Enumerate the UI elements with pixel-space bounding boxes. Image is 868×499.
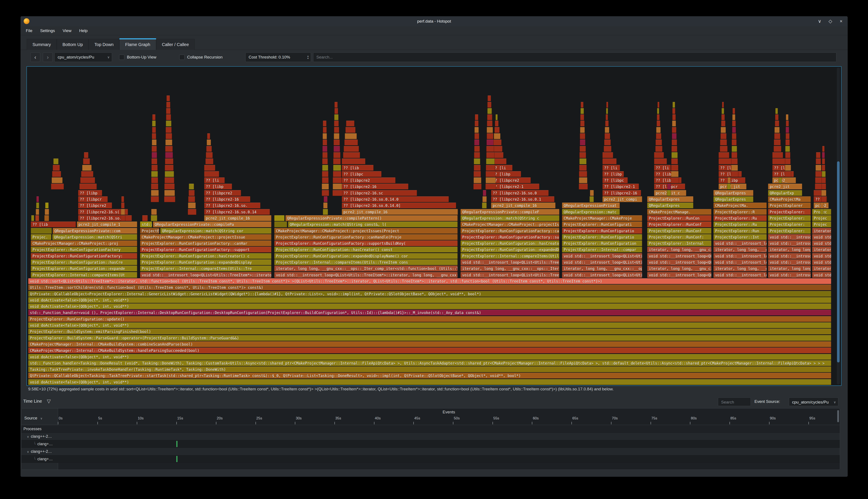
flame-frame[interactable] bbox=[474, 139, 479, 145]
flame-frame[interactable]: void std::__introsort_loop<QList<Utils::… bbox=[274, 272, 458, 278]
flame-frame[interactable]: CMakeProjectManager::CMakeProject::proje… bbox=[461, 221, 559, 227]
flame-frame[interactable] bbox=[346, 121, 354, 126]
flame-frame[interactable] bbox=[579, 178, 588, 183]
flame-frame[interactable] bbox=[486, 178, 496, 183]
flame-frame[interactable]: void doActivate<false>(QObject*, int, vo… bbox=[28, 304, 831, 309]
flame-frame[interactable]: CMakeProjectManager::CMakeProject::proje… bbox=[274, 228, 458, 234]
flame-frame[interactable]: ProjectExplorer::RunConfigurationFactory… bbox=[461, 228, 559, 234]
flame-frame[interactable]: QRegularExpression::matc bbox=[562, 209, 620, 215]
timeline-row-clang-2[interactable]: ∨clang++-2… bbox=[21, 433, 840, 440]
flame-frame[interactable] bbox=[785, 146, 790, 152]
flame-frame[interactable] bbox=[333, 165, 341, 171]
flame-frame[interactable] bbox=[84, 152, 88, 158]
flame-scrollbar-thumb[interactable] bbox=[837, 161, 840, 362]
flame-frame[interactable] bbox=[667, 184, 671, 190]
flame-frame[interactable] bbox=[474, 159, 480, 164]
flame-frame[interactable]: void doActivate<false>(QObject*, int, vo… bbox=[28, 297, 831, 303]
flame-frame[interactable] bbox=[606, 108, 608, 114]
flame-frame[interactable]: ?? [libp bbox=[204, 184, 232, 190]
flame-frame[interactable]: pcre2_jit_compile_16 bbox=[342, 209, 458, 215]
spinbox-arrows-icon[interactable]: ▴▾ bbox=[307, 53, 309, 62]
flame-frame[interactable] bbox=[672, 121, 676, 126]
flame-frame[interactable]: pcre2_ bbox=[772, 178, 796, 183]
flame-frame[interactable]: void std::__introsort_loop<QList<Utils::… bbox=[812, 272, 831, 278]
flame-frame[interactable]: ProjectExplorer::Internal::compareItems(… bbox=[31, 272, 137, 278]
flame-frame[interactable]: ?? [libpcre2-16.so.0.14.0] bbox=[342, 203, 456, 208]
flame-frame[interactable] bbox=[816, 165, 821, 171]
flame-frame[interactable] bbox=[36, 196, 39, 202]
menu-file[interactable]: File bbox=[26, 28, 33, 33]
flame-frame[interactable] bbox=[345, 133, 357, 139]
flame-frame[interactable] bbox=[166, 133, 172, 139]
flame-frame[interactable] bbox=[344, 139, 358, 145]
flame-frame[interactable] bbox=[822, 152, 825, 158]
flame-frame[interactable] bbox=[166, 114, 171, 120]
flame-frame[interactable] bbox=[482, 196, 487, 202]
flame-frame[interactable] bbox=[494, 133, 500, 139]
flame-frame[interactable] bbox=[604, 133, 610, 139]
timeline-panel[interactable]: Source∨ Events0s5s10s15s20s25s30s35s40s4… bbox=[21, 408, 840, 470]
flame-frame[interactable]: CMakeProjectMa. bbox=[713, 203, 767, 208]
flame-frame[interactable] bbox=[152, 127, 156, 133]
tab-summary[interactable]: Summary bbox=[27, 39, 57, 50]
flame-frame[interactable] bbox=[322, 152, 328, 158]
flame-frame[interactable] bbox=[656, 127, 661, 133]
flame-frame[interactable] bbox=[35, 215, 39, 221]
flame-frame[interactable] bbox=[785, 171, 791, 177]
flame-graph-view[interactable]: void doActivate<false>(QObject*, int, vo… bbox=[26, 66, 842, 386]
flame-frame[interactable] bbox=[732, 146, 737, 152]
flame-frame[interactable] bbox=[671, 165, 678, 171]
flame-frame[interactable]: std::_Function_handler<Tasking::DoneResu… bbox=[28, 360, 831, 366]
flame-frame[interactable]: ProjectExplorer::RunConfiguration::hasCr… bbox=[274, 247, 458, 253]
flame-frame[interactable] bbox=[487, 121, 492, 126]
flame-frame[interactable] bbox=[722, 102, 724, 108]
flame-frame[interactable]: ProjectExplorer::RunConfigurationFactory bbox=[31, 247, 137, 253]
flame-frame[interactable] bbox=[732, 114, 735, 120]
flame-frame[interactable] bbox=[731, 165, 738, 171]
flame-frame[interactable] bbox=[322, 133, 327, 139]
flame-frame[interactable]: QRegularExpres bbox=[713, 190, 753, 196]
flame-scrollbar[interactable] bbox=[837, 68, 840, 385]
timeline-row-clang[interactable]: └clang+… bbox=[21, 440, 840, 448]
flame-frame[interactable] bbox=[602, 159, 616, 164]
flame-frame[interactable] bbox=[474, 152, 480, 158]
flame-frame[interactable]: QRegularExpressionPrivate::com bbox=[53, 228, 137, 234]
flame-frame[interactable]: void std::__introsort_loop<QList<Utils::… bbox=[812, 253, 831, 259]
flame-frame[interactable]: ProjectExplorer::Ru bbox=[713, 215, 767, 221]
flame-frame[interactable] bbox=[604, 146, 611, 152]
flame-frame[interactable] bbox=[165, 146, 172, 152]
flame-frame[interactable] bbox=[580, 133, 585, 139]
flame-frame[interactable] bbox=[719, 159, 733, 164]
flame-frame[interactable]: Tasking::TaskTreePrivate::invokeTaskDone… bbox=[28, 366, 831, 372]
flame-frame[interactable]: QRegularExpressionPrivate::compileF bbox=[461, 209, 559, 215]
flame-frame[interactable]: ProjectExplorer::RunConfiguration::expan… bbox=[140, 259, 271, 265]
flame-frame[interactable] bbox=[722, 108, 724, 114]
flame-frame[interactable]: ?? [lib bbox=[31, 221, 76, 227]
flame-frame[interactable]: ProjectExplorer::Internal::compareItems(… bbox=[140, 266, 271, 271]
flame-frame[interactable]: pcre2_jit bbox=[719, 184, 746, 190]
flame-frame[interactable] bbox=[322, 190, 329, 196]
flame-frame[interactable] bbox=[486, 165, 495, 171]
flame-frame[interactable]: ProjectExplorer::RunConfigurationFactory… bbox=[274, 241, 458, 246]
flame-frame[interactable]: void std::__introsort_loop<QList<Utils::… bbox=[812, 234, 831, 240]
flame-frame[interactable] bbox=[333, 152, 340, 158]
flame-frame[interactable]: ?? [libpcre2-16.so.0.1 bbox=[491, 196, 554, 202]
flame-frame[interactable] bbox=[487, 139, 493, 145]
flame-frame[interactable]: void doActivate<false>(QObject*, int, vo… bbox=[28, 354, 831, 360]
flame-frame[interactable] bbox=[322, 165, 328, 171]
flame-frame[interactable]: ProjectExplorer: bbox=[768, 228, 811, 234]
flame-frame[interactable] bbox=[45, 203, 49, 208]
flame-frame[interactable]: Projec bbox=[812, 221, 831, 227]
flame-frame[interactable]: ProjectExplorer::RunConf: bbox=[647, 234, 711, 240]
event-source-combobox[interactable]: cpu_atom/cycles/Pu ∨ bbox=[789, 398, 838, 406]
flame-frame[interactable] bbox=[785, 159, 791, 164]
flame-frame[interactable] bbox=[655, 146, 662, 152]
flame-frame[interactable] bbox=[121, 209, 125, 215]
flame-frame[interactable] bbox=[82, 165, 92, 171]
flame-frame[interactable] bbox=[151, 209, 157, 215]
flame-frame[interactable]: ProjectExplorer::RunConfigurati bbox=[562, 221, 642, 227]
flame-frame[interactable]: iterator, long long, __gnu_cxx::__ops::_… bbox=[768, 266, 811, 271]
flame-frame[interactable] bbox=[822, 159, 825, 164]
flame-frame[interactable]: ProjectExplorer::BuildSystem::ParseGuard… bbox=[28, 335, 831, 341]
flame-frame[interactable]: iterator, long long, __gnu_cxx::__ops::_… bbox=[647, 266, 711, 271]
